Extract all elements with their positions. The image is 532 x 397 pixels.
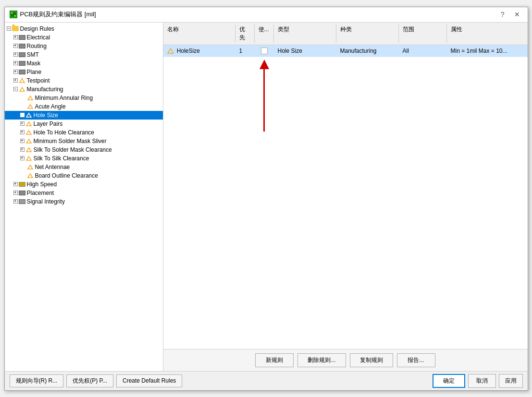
tree-item-silk-to-silk[interactable]: + Silk To Silk Clearance — [5, 154, 163, 163]
footer-left: 规则向导(R) R... 优先权(P) P... Create Default … — [10, 374, 183, 387]
expand-icon: + — [13, 35, 18, 39]
cell-range: All — [399, 47, 447, 55]
chip-icon — [19, 35, 25, 40]
expand-icon: + — [13, 199, 18, 204]
tree-item-routing[interactable]: + Routing — [5, 42, 163, 50]
ok-button[interactable]: 确定 — [433, 374, 465, 388]
tree-item-plane[interactable]: + Plane — [5, 68, 163, 76]
tree-item-net-antennae[interactable]: Net Antennae — [5, 163, 163, 171]
arrow-head — [260, 60, 269, 69]
copy-rule-button[interactable]: 复制规则 — [350, 353, 393, 367]
tree-label: Layer Pairs — [34, 120, 63, 127]
expand-icon: + — [13, 182, 18, 186]
cancel-button[interactable]: 取消 — [468, 374, 496, 388]
rule-icon — [25, 121, 32, 127]
svg-point-2 — [11, 12, 12, 14]
expand-icon: + — [20, 130, 25, 134]
expand-icon: + — [13, 44, 18, 48]
tree-item-placement[interactable]: + Placement — [5, 189, 163, 197]
tree-label: Hole To Hole Clearance — [34, 129, 95, 136]
tree-item-hole-to-hole[interactable]: + Hole To Hole Clearance — [5, 128, 163, 137]
tree-item-acute-angle[interactable]: Acute Angle — [5, 102, 163, 111]
new-rule-button[interactable]: 新规则 — [255, 353, 294, 367]
tree-label: Board Outline Clearance — [35, 172, 98, 179]
tree-item-board-outline[interactable]: Board Outline Clearance — [5, 171, 163, 180]
rule-icon — [25, 156, 32, 161]
col-header-range: 范围 — [399, 24, 447, 43]
cell-attr: Min = 1mil Max = 10... — [447, 47, 528, 55]
tree-label: Minimum Annular Ring — [35, 95, 93, 101]
cell-name-value: HoleSize — [177, 48, 200, 54]
chip-icon — [19, 52, 25, 57]
create-default-button[interactable]: Create Default Rules — [116, 374, 182, 387]
chip-icon — [19, 70, 25, 74]
tree-item-layer-pairs[interactable]: + Layer Pairs — [5, 120, 163, 128]
col-header-attr: 属性 — [447, 24, 528, 43]
folder-icon — [12, 26, 19, 31]
delete-rule-button[interactable]: 删除规则... — [297, 353, 346, 367]
enabled-checkbox[interactable] — [261, 48, 268, 54]
expand-icon: + — [13, 52, 18, 57]
expand-icon: + — [13, 191, 18, 195]
main-content: − Design Rules + Electrical + Routing + … — [5, 23, 528, 371]
manufacturing-icon — [19, 86, 25, 92]
row-rule-icon — [167, 48, 174, 54]
priority-button[interactable]: 优先权(P) P... — [66, 374, 113, 387]
tree-label: Design Rules — [20, 25, 54, 32]
apply-button[interactable]: 应用 — [499, 374, 523, 388]
col-header-enabled: 使... — [255, 24, 274, 43]
col-header-priority: 优先 — [235, 24, 255, 43]
tree-label: Silk To Silk Clearance — [34, 155, 89, 162]
right-panel: 名称 优先 使... 类型 种类 范围 属性 HoleSize — [163, 23, 528, 371]
tree-item-min-annular[interactable]: Minimum Annular Ring — [5, 94, 163, 102]
rule-wizard-button[interactable]: 规则向导(R) R... — [10, 374, 64, 387]
tree-label: Testpoint — [27, 77, 50, 84]
rule-icon — [25, 147, 32, 153]
tree-label: Signal Integrity — [27, 198, 65, 205]
tree-label: Net Antennae — [35, 164, 70, 170]
table-body: HoleSize 1 Hole Size Manufacturing All M… — [163, 45, 528, 349]
tree-item-electrical[interactable]: + Electrical — [5, 33, 163, 42]
rule-icon — [27, 95, 34, 101]
window-title: PCB规则及约束编辑器 [mil] — [20, 10, 96, 19]
tree-item-mask[interactable]: + Mask — [5, 59, 163, 68]
col-header-name: 名称 — [163, 24, 235, 43]
folder-icon — [19, 182, 25, 187]
app-icon — [10, 11, 17, 18]
tree-label: Plane — [27, 69, 42, 75]
cell-enabled[interactable] — [255, 47, 274, 55]
cell-scope: Manufacturing — [336, 47, 399, 55]
tree-label: Placement — [27, 190, 54, 196]
footer-right: 确定 取消 应用 — [433, 374, 523, 388]
close-button[interactable]: ✕ — [511, 10, 523, 19]
testpoint-icon — [19, 78, 25, 84]
chip-icon — [19, 44, 25, 48]
tree-label: Routing — [27, 43, 47, 49]
svg-point-3 — [14, 15, 15, 17]
tree-item-silk-to-solder[interactable]: + Silk To Solder Mask Clearance — [5, 145, 163, 154]
tree-label: Hole Size — [34, 112, 58, 119]
tree-item-signal-integrity[interactable]: + Signal Integrity — [5, 197, 163, 206]
expand-icon: + — [13, 78, 18, 83]
expand-icon: + — [13, 70, 18, 74]
expand-icon: + — [20, 121, 25, 126]
expand-icon: − — [7, 26, 11, 31]
tree-item-min-solder-mask[interactable]: + Minimum Solder Mask Sliver — [5, 137, 163, 145]
tree-item-hole-size[interactable]: + Hole Size — [5, 111, 163, 120]
tree-item-smt[interactable]: + SMT — [5, 50, 163, 59]
tree-label: High Speed — [27, 181, 57, 188]
cell-priority: 1 — [235, 47, 255, 55]
rule-icon — [25, 138, 32, 144]
tree-item-testpoint[interactable]: + Testpoint — [5, 76, 163, 85]
report-button[interactable]: 报告... — [397, 353, 435, 367]
table-row[interactable]: HoleSize 1 Hole Size Manufacturing All M… — [163, 45, 528, 57]
tree-label: Manufacturing — [27, 86, 63, 93]
tree-item-high-speed[interactable]: + High Speed — [5, 180, 163, 189]
expand-icon: + — [20, 139, 25, 143]
main-window: PCB规则及约束编辑器 [mil] ? ✕ − Design Rules + E… — [4, 7, 528, 391]
help-button[interactable]: ? — [498, 10, 507, 19]
tree-item-design-rules[interactable]: − Design Rules — [5, 24, 163, 33]
tree-label: Acute Angle — [35, 103, 66, 110]
tree-item-manufacturing[interactable]: − Manufacturing — [5, 85, 163, 94]
title-bar: PCB规则及约束编辑器 [mil] ? ✕ — [5, 7, 528, 23]
